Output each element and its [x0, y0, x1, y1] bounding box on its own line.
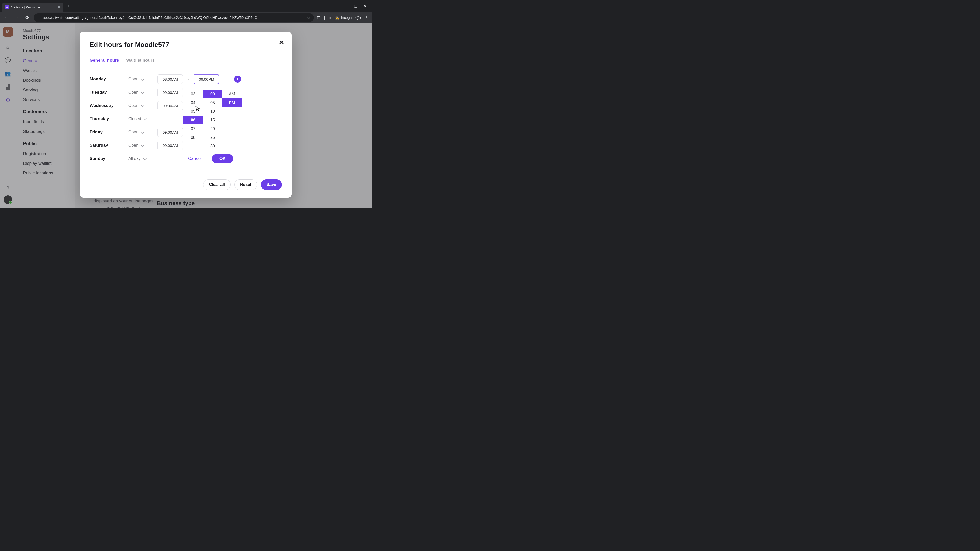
- close-window-icon[interactable]: ✕: [363, 4, 366, 8]
- picker-minute-option[interactable]: 05: [203, 98, 222, 107]
- modal-overlay: ✕ Edit hours for Moodie577 General hours…: [0, 24, 372, 208]
- picker-hour-option[interactable]: 06: [183, 116, 203, 124]
- window-controls: — ▢ ✕: [344, 4, 369, 8]
- open-time-input[interactable]: 08:00AM: [158, 75, 183, 84]
- open-time-input[interactable]: 09:00AM: [158, 127, 183, 137]
- forward-button[interactable]: →: [13, 15, 21, 21]
- clear-all-button[interactable]: Clear all: [203, 179, 231, 190]
- open-time-input[interactable]: 09:00AM: [158, 101, 183, 110]
- day-label: Saturday: [89, 143, 122, 148]
- tab-title: Settings | Waitwhile: [11, 5, 56, 9]
- picker-ampm-option[interactable]: PM: [222, 98, 242, 107]
- picker-hour-option[interactable]: 07: [183, 124, 203, 133]
- hours-row-sunday: Sunday All day: [89, 153, 282, 164]
- modal-tabs: General hours Waitlist hours: [89, 58, 282, 67]
- incognito-label: Incognito (2): [341, 16, 361, 20]
- time-picker: 03 04 05 06 07 08 00 05 10 15 20 25 30 A…: [183, 90, 242, 151]
- status-select[interactable]: Open: [126, 128, 154, 137]
- close-icon[interactable]: ×: [58, 5, 60, 10]
- browser-toolbar: ← → ⟳ ⊟ app.waitwhile.com/settings/gener…: [0, 12, 372, 24]
- reload-button[interactable]: ⟳: [24, 15, 30, 21]
- status-select[interactable]: All day: [126, 154, 154, 163]
- picker-minute-option[interactable]: 30: [203, 142, 222, 151]
- close-time-input[interactable]: 06:00PM: [194, 74, 219, 84]
- modal-title: Edit hours for Moodie577: [89, 41, 282, 49]
- modal-footer: Clear all Reset Save: [89, 179, 282, 190]
- picker-actions: Cancel OK: [188, 154, 233, 163]
- incognito-badge[interactable]: 🕵 Incognito (2): [335, 16, 361, 20]
- status-select[interactable]: Open: [126, 75, 154, 83]
- day-label: Sunday: [89, 156, 122, 161]
- picker-minute-option[interactable]: 25: [203, 133, 222, 142]
- picker-ampm-column[interactable]: AM PM: [222, 90, 242, 151]
- status-select[interactable]: Open: [126, 101, 154, 110]
- picker-hour-option[interactable]: 05: [183, 107, 203, 116]
- address-bar[interactable]: ⊟ app.waitwhile.com/settings/general?aut…: [34, 13, 314, 22]
- reader-icon[interactable]: ▯: [329, 16, 331, 20]
- close-icon[interactable]: ✕: [279, 39, 284, 46]
- status-select[interactable]: Open: [126, 88, 154, 97]
- picker-ampm-option[interactable]: AM: [222, 90, 242, 98]
- picker-minutes-column[interactable]: 00 05 10 15 20 25 30: [203, 90, 222, 151]
- minimize-icon[interactable]: —: [344, 4, 348, 8]
- divider: |: [324, 16, 325, 20]
- tab-waitlist-hours[interactable]: Waitlist hours: [126, 58, 155, 66]
- back-button[interactable]: ←: [3, 15, 10, 21]
- status-select[interactable]: Closed: [126, 114, 154, 123]
- time-dash: -: [188, 76, 189, 82]
- hours-row-monday: Monday Open 08:00AM - 06:00PM +: [89, 74, 282, 84]
- new-tab-button[interactable]: +: [67, 3, 70, 9]
- favicon-icon: W: [5, 5, 9, 9]
- picker-minute-option[interactable]: 00: [203, 90, 222, 98]
- tab-general-hours[interactable]: General hours: [89, 58, 119, 66]
- picker-cancel-button[interactable]: Cancel: [188, 156, 202, 161]
- open-time-input[interactable]: 09:00AM: [158, 88, 183, 97]
- site-info-icon[interactable]: ⊟: [37, 16, 40, 20]
- url-text: app.waitwhile.com/settings/general?authT…: [43, 16, 304, 20]
- day-label: Thursday: [89, 116, 122, 121]
- day-label: Monday: [89, 76, 122, 82]
- picker-minute-option[interactable]: 15: [203, 116, 222, 124]
- browser-tab[interactable]: W Settings | Waitwhile ×: [2, 3, 63, 12]
- day-label: Wednesday: [89, 103, 122, 108]
- picker-hour-option[interactable]: 03: [183, 90, 203, 98]
- day-label: Friday: [89, 130, 122, 135]
- save-button[interactable]: Save: [261, 179, 282, 190]
- browser-tab-strip: W Settings | Waitwhile × + — ▢ ✕: [0, 0, 372, 12]
- incognito-icon: 🕵: [335, 16, 339, 20]
- picker-hour-option[interactable]: 08: [183, 133, 203, 142]
- bookmark-icon[interactable]: ☆: [307, 16, 310, 20]
- add-interval-button[interactable]: +: [234, 76, 241, 83]
- reset-button[interactable]: Reset: [234, 179, 257, 190]
- menu-icon[interactable]: ⋮: [365, 16, 369, 20]
- maximize-icon[interactable]: ▢: [354, 4, 357, 8]
- open-time-input[interactable]: 09:00AM: [158, 141, 183, 150]
- picker-minute-option[interactable]: 20: [203, 124, 222, 133]
- picker-ok-button[interactable]: OK: [212, 154, 233, 163]
- edit-hours-modal: ✕ Edit hours for Moodie577 General hours…: [80, 32, 292, 198]
- picker-minute-option[interactable]: 10: [203, 107, 222, 116]
- status-select[interactable]: Open: [126, 141, 154, 150]
- extensions-icon[interactable]: ⚃: [317, 16, 320, 20]
- picker-hours-column[interactable]: 03 04 05 06 07 08: [183, 90, 203, 151]
- picker-hour-option[interactable]: 04: [183, 98, 203, 107]
- day-label: Tuesday: [89, 90, 122, 95]
